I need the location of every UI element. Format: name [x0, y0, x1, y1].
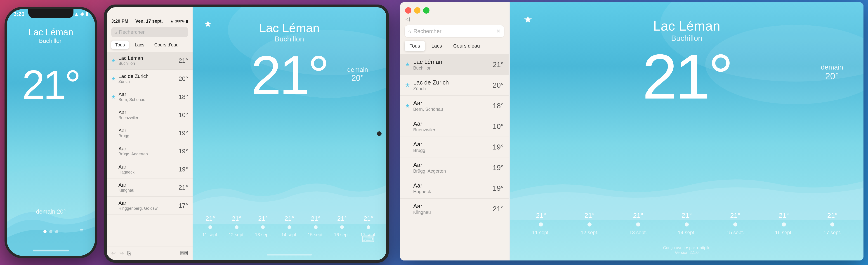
mac-location-item-2[interactable]: ★ Aar Bern, Schönau 18° — [400, 96, 508, 116]
tablet-keyboard-icon[interactable]: ⌨ — [362, 234, 375, 244]
tablet-location-item-5[interactable]: ★ Aar Brügg, Aegerten 19° — [107, 142, 193, 160]
location-name: Lac Léman — [119, 55, 179, 61]
mac-location-item-5[interactable]: ★ Aar Brügg, Aegerten 19° — [400, 157, 508, 178]
tab-tous[interactable]: Tous — [111, 41, 129, 49]
tablet-favorite-button[interactable]: ★ — [204, 19, 212, 29]
tablet-location-item-3[interactable]: ★ Aar Brienzwiler 10° — [107, 106, 193, 124]
mac-forecast-date: 11 sept. — [532, 230, 550, 236]
tablet-location-item-8[interactable]: ★ Aar Ringgenberg, Goldswil 17° — [107, 196, 193, 215]
location-temp: 19° — [179, 130, 188, 137]
mac-tab-cours-deau[interactable]: Cours d'eau — [448, 41, 485, 51]
tablet-location-item-2[interactable]: ★ Aar Bern, Schönau 18° — [107, 88, 193, 106]
mac-forecast-item-2: 21° 13 sept. — [629, 212, 647, 236]
phone-menu-icon[interactable]: ≡ — [80, 227, 84, 234]
tablet-location-item-6[interactable]: ★ Aar Hagneck 19° — [107, 160, 193, 179]
mac-location-item-4[interactable]: ★ Aar Brugg 19° — [400, 137, 508, 157]
tablet-location-item-0[interactable]: ★ Lac Léman Buchillon 21° — [107, 52, 193, 70]
location-info: Aar Hagneck — [119, 164, 179, 175]
tablet-forecast-item-0: 21° 11 sept. — [202, 215, 218, 237]
tablet-location-item-4[interactable]: ★ Aar Brugg 19° — [107, 124, 193, 142]
star-icon: ★ — [111, 76, 116, 82]
mac-forecast-item-4: 21° 15 sept. — [726, 212, 744, 236]
mac-search-icon: ⌕ — [408, 28, 411, 34]
mac-forecast-dot — [782, 222, 786, 227]
tablet-forecast-item-4: 21° 15 sept. — [308, 215, 324, 237]
paste-button[interactable]: ⎘ — [127, 250, 131, 257]
phone-dot-2 — [49, 230, 53, 233]
mac-favorite-button[interactable]: ★ — [524, 14, 532, 25]
undo-button[interactable]: ↩ — [111, 250, 116, 257]
forecast-date: 11 sept. — [202, 232, 218, 237]
mac-location-name: Lac Léman — [413, 58, 493, 65]
location-name: Aar — [119, 110, 179, 115]
tablet-home-bar[interactable] — [267, 254, 312, 256]
location-temp: 17° — [179, 202, 188, 209]
tablet-forecast-item-5: 21° 16 sept. — [334, 215, 350, 237]
forecast-dot — [287, 226, 291, 229]
forecast-temp: 21° — [364, 215, 373, 222]
mac-location-name: Lac de Zurich — [413, 79, 493, 86]
location-suburb: Brügg, Aegerten — [119, 152, 179, 157]
tablet-camera — [377, 131, 381, 136]
location-temp: 19° — [179, 148, 188, 155]
tablet-status-icons: ▲ 100% ▮ — [170, 19, 188, 24]
forecast-date: 13 sept. — [255, 232, 271, 237]
location-suburb: Klingnau — [119, 188, 179, 193]
tablet-screen: 3:20 PM Ven. 17 sept. ▲ 100% ▮ ⌕ Recherc… — [107, 7, 386, 260]
battery-icon: ▮ — [186, 19, 188, 24]
mac-forecast-dot — [830, 222, 834, 227]
location-name: Lac de Zurich — [119, 73, 179, 79]
star-icon: ★ — [111, 94, 116, 100]
mac-forecast-dot — [733, 222, 737, 227]
mac-tab-lacs[interactable]: Lacs — [426, 41, 447, 51]
mac-forecast-temp: 21° — [682, 212, 692, 219]
tab-cours-deau[interactable]: Cours d'eau — [150, 41, 183, 49]
mac-forecast-item-6: 21° 17 sept. — [824, 212, 841, 236]
forecast-temp: 21° — [311, 215, 320, 222]
mac-tab-tous[interactable]: Tous — [405, 41, 425, 51]
maximize-button[interactable] — [423, 7, 430, 14]
redo-button[interactable]: ↪ — [119, 250, 124, 257]
mac-window: ◁ ⌕ Rechercher ✕ Tous Lacs Cours d'eau — [400, 2, 864, 261]
location-name: Aar — [119, 146, 179, 152]
star-icon: ★ — [405, 61, 410, 68]
mac-location-item-3[interactable]: ★ Aar Brienzwiler 10° — [400, 116, 508, 137]
mac-forecast-dot — [685, 222, 689, 227]
location-suburb: Brugg — [119, 134, 179, 138]
mac-sidebar: ◁ ⌕ Rechercher ✕ Tous Lacs Cours d'eau — [400, 2, 508, 261]
tab-lacs[interactable]: Lacs — [131, 41, 148, 49]
mac-location-item-0[interactable]: ★ Lac Léman Buchillon 21° — [400, 54, 508, 75]
tablet-location-item-1[interactable]: ★ Lac de Zurich Zürich 20° — [107, 70, 193, 88]
mac-location-info: Aar Brügg, Aegerten — [413, 161, 493, 174]
location-name: Aar — [119, 128, 179, 134]
location-name: Aar — [119, 200, 179, 206]
close-button[interactable] — [405, 7, 411, 14]
mac-search-clear[interactable]: ✕ — [496, 28, 500, 34]
mac-location-item-7[interactable]: ★ Aar Klingnau 21° — [400, 198, 508, 219]
mac-location-info: Aar Bern, Schönau — [413, 100, 493, 112]
battery-percent: 100% — [175, 19, 184, 23]
tablet-filter-tabs: Tous Lacs Cours d'eau — [111, 41, 188, 49]
mac-location-item-6[interactable]: ★ Aar Hagneck 19° — [400, 178, 508, 198]
tablet-location-item-7[interactable]: ★ Aar Klingnau 21° — [107, 179, 193, 196]
mac-filter-tabs: Tous Lacs Cours d'eau — [405, 41, 504, 51]
wifi-icon: ◈ — [80, 11, 84, 17]
back-icon[interactable]: ◁ — [405, 16, 410, 22]
keyboard-button[interactable]: ⌨ — [180, 250, 188, 257]
mac-location-suburb: Klingnau — [413, 210, 493, 215]
forecast-temp: 21° — [337, 215, 347, 222]
mac-search-bar[interactable]: ⌕ Rechercher ✕ — [405, 25, 504, 37]
location-temp: 19° — [179, 166, 188, 173]
phone-body: 3:20 ▲ ◈ ▮ Lac Léman Buchi — [4, 7, 97, 258]
mac-version: Version 2.1.0 — [675, 250, 699, 255]
phone-home-bar[interactable] — [33, 249, 69, 251]
phone-city-suburb: Buchillon — [7, 37, 95, 45]
location-temp: 21° — [179, 184, 188, 191]
tablet-search-bar[interactable]: ⌕ Rechercher — [111, 27, 188, 37]
wifi-icon: ▲ — [170, 19, 174, 24]
tablet-toolbar: ↩ ↪ ⎘ ⌨ — [107, 246, 193, 260]
minimize-button[interactable] — [414, 7, 421, 14]
mac-location-item-1[interactable]: ★ Lac de Zurich Zürich 20° — [400, 75, 508, 96]
mac-footer: Conçu avec ♥ par ● atipik. Version 2.1.0 — [510, 245, 864, 255]
location-suburb: Brienzwiler — [119, 115, 179, 120]
